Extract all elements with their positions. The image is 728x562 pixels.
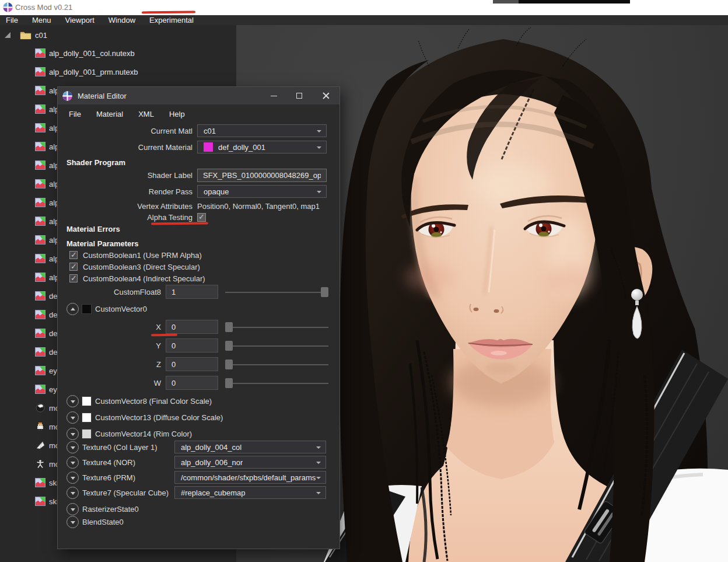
texture-icon: [35, 86, 46, 95]
slider-thumb[interactable]: [321, 287, 328, 297]
slider-track: [225, 364, 328, 365]
current-matl-label: Current Matl: [61, 127, 192, 135]
current-matl-dropdown[interactable]: c01: [197, 124, 327, 137]
texture-dropdown[interactable]: /common/shader/sfxpbs/default_params: [174, 471, 326, 484]
slider-thumb[interactable]: [225, 378, 233, 388]
tree-item[interactable]: alp: [35, 160, 59, 170]
app-titlebar[interactable]: Cross Mod v0.21: [0, 0, 728, 15]
component-slider[interactable]: [225, 378, 328, 388]
texture-expand-button[interactable]: [66, 472, 79, 484]
menu-file[interactable]: File: [6, 15, 18, 25]
tree-item[interactable]: alp: [35, 179, 59, 189]
texture-expand-button[interactable]: [66, 487, 79, 499]
texture-dropdown[interactable]: alp_dolly_006_nor: [174, 456, 326, 469]
component-value[interactable]: [166, 320, 218, 334]
vector-color-swatch[interactable]: [82, 396, 92, 406]
shader-label-field[interactable]: [197, 169, 327, 182]
texture-row: Texture0 (Col Layer 1)alp_dolly_004_col: [66, 441, 335, 453]
vector-expand-button[interactable]: [66, 395, 79, 407]
tree-item[interactable]: alp_dolly_001_prm.nutexb: [35, 67, 138, 77]
mat-menu-help[interactable]: Help: [169, 110, 185, 118]
boolean-row: CustomBoolean1 (Use PRM Alpha): [69, 250, 202, 260]
vector-color-swatch[interactable]: [82, 413, 92, 423]
current-material-dropdown[interactable]: def_dolly_001: [197, 141, 327, 153]
mat-menu-xml[interactable]: XML: [138, 110, 154, 118]
alpha-testing-checkbox[interactable]: [197, 213, 206, 222]
tree-item[interactable]: mo: [35, 403, 60, 413]
tree-item[interactable]: def: [35, 328, 60, 338]
tree-item[interactable]: def: [35, 347, 60, 357]
tree-item[interactable]: alp: [35, 216, 59, 226]
texture-label: Texture0 (Col Layer 1): [82, 443, 174, 452]
app-title: Cross Mod v0.21: [15, 3, 72, 12]
render-pass-dropdown[interactable]: opaque: [197, 185, 327, 198]
state-expand-button[interactable]: [66, 503, 79, 515]
menu-menu[interactable]: Menu: [32, 15, 51, 25]
component-label: W: [149, 379, 161, 388]
maximize-button[interactable]: [287, 87, 312, 104]
tree-item[interactable]: alp: [35, 85, 59, 96]
texture-icon: [35, 67, 46, 76]
vector-label: CustomVector14 (Rim Color): [95, 430, 192, 438]
customvector0-color-swatch[interactable]: [82, 304, 92, 314]
tree-item[interactable]: mo: [35, 440, 60, 451]
custom-float8-value[interactable]: [166, 285, 218, 299]
tree-item[interactable]: alp: [35, 123, 59, 133]
slider-thumb[interactable]: [225, 341, 233, 351]
material-editor-window: Material Editor File Material XML Help C…: [57, 86, 340, 549]
component-slider[interactable]: [225, 359, 328, 369]
minimize-button[interactable]: [261, 87, 286, 104]
tree-item[interactable]: mo: [35, 459, 60, 469]
tree-item[interactable]: alp: [35, 272, 59, 282]
component-slider[interactable]: [225, 322, 328, 332]
tree-item[interactable]: alp: [35, 235, 59, 245]
menu-window[interactable]: Window: [108, 15, 135, 25]
menu-viewport[interactable]: Viewport: [65, 15, 94, 25]
tree-item[interactable]: ski: [35, 496, 58, 507]
state-row: RasterizerState0: [66, 502, 139, 515]
tree-item[interactable]: def: [35, 309, 60, 320]
vector-expand-button[interactable]: [66, 428, 79, 440]
texture-icon: [35, 254, 46, 263]
component-slider[interactable]: [225, 341, 328, 351]
boolean-row: CustomBoolean4 (Indirect Specular): [69, 273, 205, 284]
vector-row: CustomVector13 (Diffuse Color Scale): [66, 411, 223, 424]
tree-item[interactable]: def: [35, 291, 60, 301]
vertex-attributes-value: Position0, Normal0, Tangent0, map1: [197, 202, 320, 211]
close-button[interactable]: [314, 87, 338, 104]
texture-icon: [35, 142, 46, 151]
component-value[interactable]: [166, 357, 218, 371]
tree-item[interactable]: ski: [35, 477, 58, 488]
mat-menu-file[interactable]: File: [69, 110, 81, 118]
component-value[interactable]: [166, 338, 218, 352]
customvector0-collapse-button[interactable]: [66, 303, 79, 315]
boolean-checkbox[interactable]: [69, 251, 78, 259]
texture-expand-button[interactable]: [66, 441, 79, 453]
tree-item[interactable]: alp: [35, 197, 59, 208]
tree-item[interactable]: alp: [35, 141, 59, 152]
vector-color-swatch[interactable]: [82, 429, 92, 439]
tree-item[interactable]: alp: [35, 104, 59, 114]
slider-thumb[interactable]: [225, 322, 233, 332]
texture-expand-button[interactable]: [66, 456, 79, 469]
boolean-checkbox[interactable]: [69, 263, 78, 271]
component-label: Z: [149, 360, 161, 369]
material-editor-titlebar[interactable]: Material Editor: [58, 87, 340, 104]
boolean-checkbox[interactable]: [69, 274, 78, 282]
tree-item[interactable]: alp_dolly_001_col.nutexb: [35, 48, 135, 58]
boolean-row: CustomBoolean3 (Direct Specular): [69, 261, 200, 272]
custom-float8-slider[interactable]: [225, 287, 328, 297]
state-expand-button[interactable]: [66, 516, 79, 528]
state-row: BlendState0: [66, 515, 124, 528]
texture-dropdown[interactable]: alp_dolly_004_col: [174, 441, 326, 453]
component-value[interactable]: [166, 376, 218, 390]
vector-component-row: X: [149, 320, 328, 334]
mat-menu-material[interactable]: Material: [96, 110, 123, 118]
texture-dropdown[interactable]: #replace_cubemap: [174, 486, 326, 499]
menu-experimental[interactable]: Experimental: [149, 15, 194, 25]
tree-item[interactable]: mo: [35, 421, 60, 432]
slider-thumb[interactable]: [225, 359, 233, 369]
vector-expand-button[interactable]: [66, 411, 79, 424]
component-label: X: [149, 323, 161, 331]
tree-item[interactable]: alp: [35, 253, 59, 264]
